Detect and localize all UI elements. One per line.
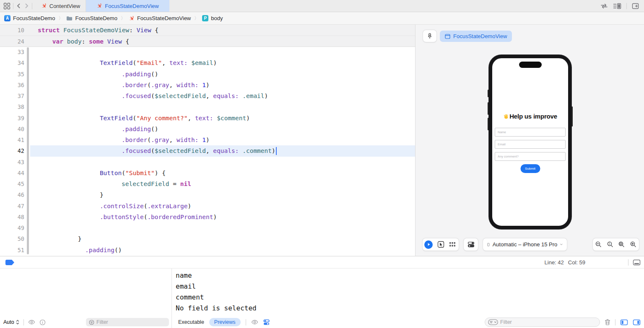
line-number[interactable]: 35	[0, 71, 24, 77]
code-line-49[interactable]: 49	[0, 222, 415, 233]
breadcrumb-project[interactable]: A FocusStateDemo	[4, 15, 55, 21]
live-preview-button[interactable]	[423, 240, 435, 249]
code-content: .padding()	[24, 71, 158, 77]
line-number[interactable]: 50	[0, 235, 24, 242]
line-number[interactable]: 44	[0, 170, 24, 176]
code-line-24[interactable]: 24var body: some View {	[0, 36, 415, 46]
code-line-37[interactable]: 37.focused($selectedField, equals: .emai…	[0, 90, 415, 101]
breakpoints-toggle[interactable]	[5, 260, 14, 265]
swap-editors-icon[interactable]	[600, 3, 608, 9]
line-number[interactable]: 41	[0, 137, 24, 143]
line-number[interactable]: 49	[0, 225, 24, 231]
code-line-33[interactable]: 33	[0, 46, 415, 57]
editor-options-icon[interactable]	[613, 3, 621, 9]
line-number[interactable]: 36	[0, 82, 24, 88]
breadcrumb-file[interactable]: FocusStateDemoView	[129, 15, 191, 21]
clear-console-button[interactable]	[605, 319, 610, 325]
zoom-fit-button[interactable]	[616, 241, 628, 248]
code-line-36[interactable]: 36.border(.gray, width: 1)	[0, 80, 415, 90]
show-variables-view-toggle[interactable]	[620, 319, 628, 325]
line-number[interactable]: 38	[0, 103, 24, 110]
code-line-40[interactable]: 40.padding()	[0, 124, 415, 134]
tab-contentview[interactable]: ContentView	[36, 0, 86, 12]
code-line-45[interactable]: 45selectedField = nil	[0, 178, 415, 189]
source-editor[interactable]: 10struct FocusStateDemoView: View {24var…	[0, 25, 415, 256]
phone-textfield-email[interactable]	[495, 140, 566, 149]
selectable-mode-button[interactable]	[435, 241, 447, 248]
code-line-50[interactable]: 50}	[0, 233, 415, 244]
line-number[interactable]: 45	[0, 181, 24, 187]
line-number[interactable]: 37	[0, 93, 24, 99]
code-line-10[interactable]: 10struct FocusStateDemoView: View {	[0, 25, 415, 36]
executable-scope-button[interactable]: Executable	[178, 319, 204, 325]
line-number[interactable]: 48	[0, 214, 24, 220]
variants-mode-button[interactable]	[447, 242, 459, 247]
navigate-forward-icon[interactable]	[24, 3, 29, 9]
code-scroll-area[interactable]: 3334TextField("Email", text: $email)35.p…	[0, 46, 415, 256]
line-number[interactable]: 39	[0, 115, 24, 121]
output-filter-toggles-icon[interactable]	[263, 319, 270, 325]
line-number[interactable]: 24	[0, 38, 24, 45]
submit-button[interactable]: Submit	[520, 164, 540, 173]
code-content: selectedField = nil	[24, 181, 191, 187]
console-quicklook-icon[interactable]	[251, 320, 258, 325]
code-content: TextField("Email", text: $email)	[24, 59, 217, 66]
line-number[interactable]: 34	[0, 59, 24, 66]
code-line-51[interactable]: 51.padding()	[0, 245, 415, 256]
related-items-icon[interactable]	[3, 3, 10, 10]
line-number[interactable]: 33	[0, 49, 24, 55]
preview-target-pill[interactable]: FocusStateDemoView	[440, 31, 512, 42]
line-number[interactable]: 46	[0, 191, 24, 198]
console-filter-input[interactable]	[500, 319, 588, 325]
code-content: .controlSize(.extraLarge)	[24, 203, 191, 209]
device-settings-button[interactable]	[464, 241, 478, 248]
code-line-38[interactable]: 38	[0, 101, 415, 112]
code-content: .focused($selectedField, equals: .email)	[24, 93, 268, 99]
variables-view[interactable]	[0, 269, 172, 316]
preview-pin-button[interactable]	[423, 30, 437, 42]
navigate-back-icon[interactable]	[16, 3, 21, 9]
code-line-46[interactable]: 46}	[0, 189, 415, 200]
tab-label: ContentView	[49, 3, 80, 9]
variables-filter-input[interactable]	[96, 319, 159, 325]
breadcrumb-group[interactable]: FocusStateDemo	[66, 15, 117, 21]
show-console-toggle[interactable]	[633, 319, 641, 325]
code-content: }	[24, 191, 104, 198]
previews-scope-button[interactable]: Previews	[209, 318, 241, 326]
debug-area-toolbar: Auto Executable Previews	[0, 316, 644, 328]
info-icon[interactable]	[39, 319, 46, 325]
zoom-100-button[interactable]: 1	[605, 241, 616, 248]
code-line-44[interactable]: 44Button("Submit") {	[0, 168, 415, 178]
preview-device-selector[interactable]: Automatic – iPhone 15 Pro	[483, 238, 567, 251]
zoom-in-button[interactable]	[628, 241, 639, 248]
console-output[interactable]: nameemailcommentNo field is selected	[172, 269, 644, 316]
console-filter-field[interactable]	[485, 318, 600, 327]
code-line-41[interactable]: 41.border(.gray, width: 1)	[0, 134, 415, 145]
line-number[interactable]: 43	[0, 159, 24, 165]
variables-filter-field[interactable]	[86, 318, 169, 326]
line-number[interactable]: 51	[0, 247, 24, 253]
code-line-48[interactable]: 48.buttonStyle(.borderedProminent)	[0, 212, 415, 222]
line-number[interactable]: 47	[0, 203, 24, 209]
line-number[interactable]: 10	[0, 27, 24, 34]
iphone-preview-device: Help us improve Submit	[489, 55, 571, 229]
code-line-35[interactable]: 35.padding()	[0, 69, 415, 80]
code-line-47[interactable]: 47.controlSize(.extraLarge)	[0, 201, 415, 212]
hide-debug-area-button[interactable]	[633, 259, 641, 266]
quicklook-icon[interactable]	[28, 320, 35, 325]
code-line-43[interactable]: 43	[0, 157, 415, 168]
code-line-42[interactable]: 42.focused($selectedField, equals: .comm…	[0, 145, 415, 156]
line-number[interactable]: 40	[0, 126, 24, 132]
code-line-39[interactable]: 39TextField("Any comment?", text: $comme…	[0, 113, 415, 124]
code-line-34[interactable]: 34TextField("Email", text: $email)	[0, 57, 415, 68]
zoom-out-button[interactable]	[593, 241, 605, 248]
phone-textfield-name[interactable]	[495, 128, 566, 137]
add-editor-icon[interactable]	[632, 3, 639, 9]
phone-textfield-any-comment-[interactable]	[495, 152, 566, 161]
variables-scope-popup[interactable]: Auto	[3, 319, 19, 325]
folder-icon	[66, 15, 73, 21]
line-number[interactable]: 42	[0, 147, 24, 154]
tab-focusstatedemoview[interactable]: FocusStateDemoView	[86, 0, 169, 12]
console-log-line: comment	[176, 292, 644, 303]
breadcrumb-symbol[interactable]: P body	[202, 15, 223, 21]
